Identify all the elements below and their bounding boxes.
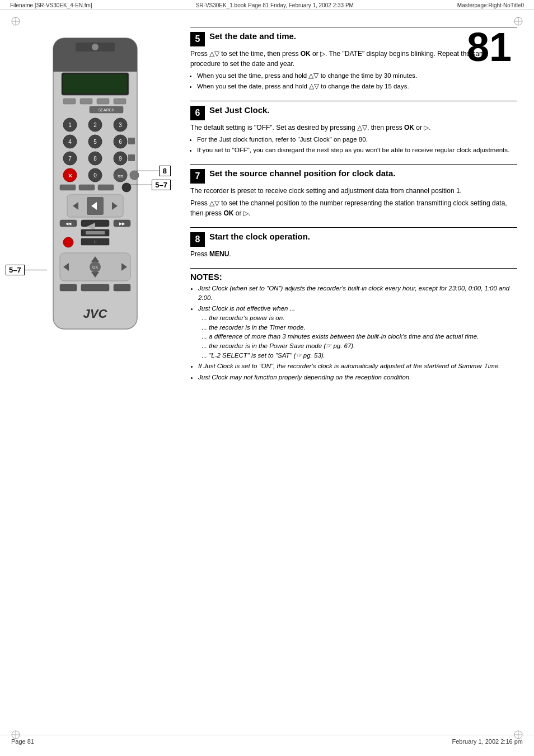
svg-rect-14	[53, 55, 137, 72]
step-5-number: 5	[190, 32, 205, 46]
bottom-page: Page 81	[11, 738, 34, 745]
step-8-body: Press MENU.	[190, 249, 517, 259]
notes-list: Just Clock (when set to "ON") adjusts th…	[198, 284, 517, 382]
step-6-number: 6	[190, 106, 205, 120]
reg-mark-tr	[513, 16, 524, 27]
step-5-title: Set the date and time.	[209, 31, 296, 42]
step-6-block: 6 Set Just Clock. The default setting is…	[190, 101, 517, 156]
step-5-bullets: When you set the time, press and hold △▽…	[197, 71, 517, 92]
bottom-bar: Page 81 February 1, 2002 2:16 pm	[0, 735, 534, 745]
svg-text:≡≡: ≡≡	[118, 173, 124, 179]
svg-text:OK: OK	[92, 265, 98, 269]
step-7-text1: The recorder is preset to receive clock …	[190, 186, 517, 196]
svg-rect-52	[60, 185, 76, 190]
svg-text:8: 8	[93, 156, 97, 162]
step-label-8: 8	[137, 166, 171, 176]
step-8-text: Press MENU.	[190, 249, 517, 259]
svg-text:3: 3	[119, 122, 122, 128]
svg-rect-53	[79, 185, 95, 190]
step-6-title: Set Just Clock.	[209, 105, 270, 116]
step-label-5-7-left: 5–7	[6, 265, 47, 275]
svg-rect-20	[80, 98, 92, 104]
step-7-title: Set the source channel position for cloc…	[209, 168, 396, 179]
svg-text:◀◀: ◀◀	[65, 222, 72, 226]
svg-text:5: 5	[93, 139, 97, 145]
svg-rect-18	[63, 74, 127, 93]
meta-top-right: Masterpage:Right-NoTitle0	[457, 2, 524, 8]
step-6-bullets: For the Just clock function, refer to "J…	[197, 135, 517, 156]
step-6-bullet-1: For the Just clock function, refer to "J…	[197, 135, 517, 144]
svg-rect-81	[114, 284, 130, 291]
main-content: SEARCH 1 2 3 4 5 6 7	[0, 16, 534, 389]
svg-rect-21	[97, 98, 109, 104]
step-6-bullet-2: If you set to "OFF", you can disregard t…	[197, 145, 517, 155]
svg-text:9: 9	[119, 156, 122, 162]
bottom-date: February 1, 2002 2:16 pm	[452, 738, 523, 745]
step-5-bullet-1: When you set the time, press and hold △▽…	[197, 71, 517, 81]
note-4: Just Clock may not function properly dep…	[198, 373, 517, 382]
svg-text:▶▶: ▶▶	[119, 222, 125, 226]
notes-block: NOTES: Just Clock (when set to "ON") adj…	[190, 268, 517, 382]
svg-rect-80	[81, 284, 109, 291]
meta-bar: Filename [SR-VS30EK_4-EN.fm] SR-VS30EK_1…	[0, 0, 534, 10]
step-7-body: The recorder is preset to receive clock …	[190, 186, 517, 218]
svg-point-69	[63, 237, 73, 247]
step-5-bullet-2: When you set the date, press and hold △▽…	[197, 82, 517, 91]
svg-text:JVC: JVC	[83, 307, 108, 321]
step-6-text: The default setting is "OFF". Set as des…	[190, 123, 517, 133]
svg-text:0: 0	[93, 172, 97, 179]
svg-rect-19	[63, 98, 76, 104]
svg-text:✕: ✕	[68, 172, 73, 179]
svg-text:1: 1	[68, 122, 72, 128]
svg-text:2: 2	[93, 122, 97, 128]
svg-rect-68	[86, 231, 105, 234]
step-8-block: 8 Start the clock operation. Press MENU.	[190, 227, 517, 259]
page-number: 81	[467, 27, 512, 67]
svg-text:⏸: ⏸	[93, 240, 97, 245]
svg-text:4: 4	[68, 139, 72, 145]
note-1: Just Clock (when set to "ON") adjusts th…	[198, 284, 517, 302]
svg-rect-79	[60, 284, 77, 291]
step-8-title: Start the clock operation.	[209, 231, 310, 242]
svg-rect-54	[98, 185, 114, 190]
svg-text:SEARCH: SEARCH	[98, 108, 114, 112]
step-8-number: 8	[190, 232, 205, 247]
svg-rect-22	[114, 98, 126, 104]
step-7-text2: Press △▽ to set the channel position to …	[190, 198, 517, 218]
meta-top-center: SR-VS30EK_1.book Page 81 Friday, Februar…	[196, 2, 354, 8]
step-7-number: 7	[190, 169, 205, 184]
remote-image: SEARCH 1 2 3 4 5 6 7	[36, 32, 154, 359]
meta-top-left: Filename [SR-VS30EK_4-EN.fm]	[10, 2, 92, 8]
notes-title: NOTES:	[190, 272, 517, 281]
step-6-header: 6 Set Just Clock.	[190, 105, 517, 120]
note-2: Just Clock is not effective when ... ...…	[198, 304, 517, 360]
step-6-body: The default setting is "OFF". Set as des…	[190, 123, 517, 156]
step-7-block: 7 Set the source channel position for cl…	[190, 164, 517, 218]
remote-area: SEARCH 1 2 3 4 5 6 7	[11, 21, 179, 384]
step-label-5-7-right: 5–7	[129, 180, 171, 190]
instructions-area: 5 Set the date and time. Press △▽ to set…	[179, 21, 517, 384]
svg-text:6: 6	[119, 139, 122, 145]
step-7-header: 7 Set the source channel position for cl…	[190, 168, 517, 184]
note-3: If Just Clock is set to "ON", the record…	[198, 361, 517, 371]
svg-text:7: 7	[68, 156, 72, 162]
svg-rect-44	[128, 154, 135, 161]
svg-point-16	[92, 44, 99, 50]
svg-rect-37	[128, 138, 135, 144]
step-8-header: 8 Start the clock operation.	[190, 231, 517, 247]
